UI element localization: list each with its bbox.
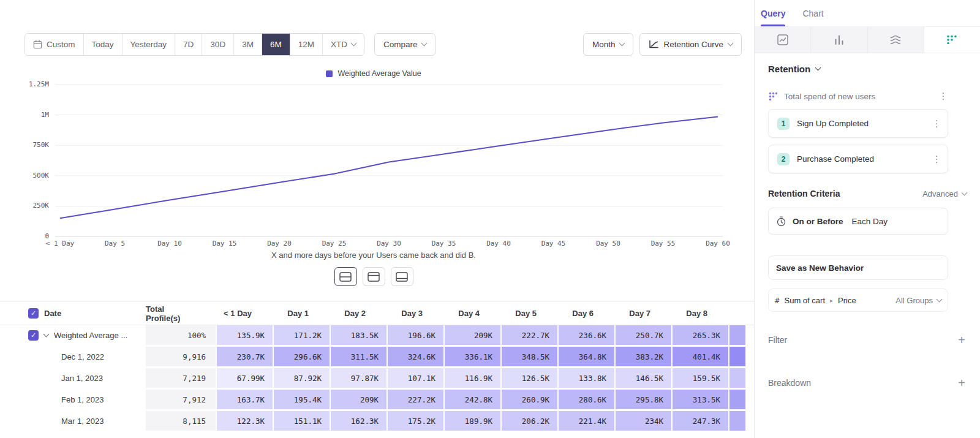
retention-value-cell: 250.7K <box>614 325 671 347</box>
add-filter-button[interactable]: + <box>958 334 965 346</box>
column-header: < 1 Day <box>203 302 260 325</box>
chart-type-tab-bars[interactable] <box>811 27 867 53</box>
retention-criteria-row: Retention Criteria Advanced <box>768 189 967 198</box>
step-label: Purchase Completed <box>797 154 924 164</box>
chart-type-tab-flows[interactable] <box>868 27 924 53</box>
range-button-today[interactable]: Today <box>84 34 123 55</box>
advanced-dropdown[interactable]: Advanced <box>922 189 967 198</box>
granularity-button[interactable]: Month <box>583 33 634 56</box>
y-tick-label: 750K <box>33 141 50 149</box>
table-row: Mar 1, 20238,115122.3K151.1K162.3K175.2K… <box>0 411 755 432</box>
retention-value-cell: 209K <box>443 325 500 347</box>
kebab-menu-icon[interactable]: ⋮ <box>932 118 941 129</box>
total-profiles-cell: 8,115 <box>146 411 216 432</box>
behavior-steps-icon <box>768 91 778 101</box>
row-label-cell: Dec 1, 2022 <box>0 347 146 368</box>
kebab-menu-icon[interactable]: ⋮ <box>938 91 948 102</box>
tab-query[interactable]: Query <box>761 9 785 26</box>
retention-value-cell: 97.87K <box>330 368 386 390</box>
step-label: Sign Up Completed <box>797 119 924 128</box>
main-panel: CustomTodayYesterday7D30D3M6M12MXTD Comp… <box>0 0 755 438</box>
bars-chart-icon <box>833 34 845 46</box>
retention-value-cell: 122.3K <box>216 411 273 432</box>
chevron-down-icon <box>619 40 625 47</box>
retention-condition-box[interactable]: On or Before Each Day <box>768 208 948 235</box>
range-label: Custom <box>47 40 75 49</box>
range-label: 30D <box>210 40 225 49</box>
range-label: 12M <box>298 40 314 49</box>
table-row: Feb 1, 20237,912163.7K195.4K209K227.2K24… <box>0 390 755 411</box>
layout-split-rows-icon[interactable] <box>334 267 357 286</box>
y-tick-label: 250K <box>33 202 50 210</box>
expand-caret-icon[interactable] <box>43 331 50 337</box>
all-groups-dropdown[interactable]: All Groups <box>895 296 941 305</box>
total-profiles-cell: 7,219 <box>146 368 216 390</box>
column-header: Day 5 <box>488 302 545 325</box>
chevron-down-icon <box>350 40 356 47</box>
x-tick-label: Day 55 <box>651 240 676 247</box>
chart-type-tab-retention[interactable] <box>924 27 980 53</box>
range-button-yesterday[interactable]: Yesterday <box>123 34 176 55</box>
measurement-row[interactable]: # Sum of cart ▸ Price All Groups <box>768 289 948 312</box>
range-label: Today <box>92 40 114 49</box>
save-behavior-button[interactable]: Save as New Behavior <box>768 255 948 280</box>
sidebar-tabs: Query Chart <box>755 0 980 26</box>
filter-section: Filter + <box>768 334 967 346</box>
retention-value-cell: 171.2K <box>273 325 330 347</box>
chart-type-button[interactable]: Retention Curve <box>639 33 742 56</box>
step-number-badge: 2 <box>777 153 790 165</box>
layout-footer-band-icon[interactable] <box>391 267 413 286</box>
range-button-12m[interactable]: 12M <box>290 34 323 55</box>
chevron-down-icon <box>937 296 943 302</box>
retention-value-cell: 163.7K <box>216 390 273 411</box>
row-label: Jan 1, 2023 <box>61 374 103 383</box>
x-tick-label: Day 15 <box>213 240 237 247</box>
retention-value-cell: 196.6K <box>386 325 443 347</box>
total-profiles-cell: 9,916 <box>146 347 216 368</box>
total-profiles-cell: 100% <box>146 325 216 347</box>
retention-value-cell: 234K <box>614 411 671 432</box>
range-button-3m[interactable]: 3M <box>234 34 262 55</box>
retention-value-cell: 364.8K <box>557 347 614 368</box>
column-header: Day 3 <box>374 302 431 325</box>
number-property-icon: # <box>775 296 780 305</box>
table-row: Jan 1, 20237,21967.99K87.92K97.87K107.1K… <box>0 368 755 390</box>
range-button-30d[interactable]: 30D <box>202 34 234 55</box>
range-button-xtd[interactable]: XTD <box>323 34 364 55</box>
y-tick-label: 1.25M <box>29 80 49 88</box>
retention-value-cell: 206.2K <box>500 411 557 432</box>
layout-toggle-group <box>24 267 723 286</box>
behavior-header: Total spend of new users ⋮ <box>768 83 948 109</box>
row-checkbox[interactable]: ✓ <box>28 308 39 319</box>
chart-type-tab-insights[interactable] <box>755 27 811 53</box>
behavior-step[interactable]: 2Purchase Completed⋮ <box>768 145 948 173</box>
column-header: Total Profile(s) <box>146 302 203 325</box>
tab-chart[interactable]: Chart <box>802 9 823 26</box>
layout-header-band-icon[interactable] <box>363 267 385 286</box>
compare-button[interactable]: Compare <box>374 33 436 56</box>
kebab-menu-icon[interactable]: ⋮ <box>932 154 941 165</box>
retention-value-cell: 159.5K <box>671 368 728 390</box>
retention-value-cell: 133.8K <box>557 368 614 390</box>
range-button-7d[interactable]: 7D <box>175 34 202 55</box>
add-breakdown-button[interactable]: + <box>958 377 965 389</box>
retention-value-cell: 189.9K <box>443 411 500 432</box>
column-header: Day 1 <box>260 302 317 325</box>
row-checkbox[interactable]: ✓ <box>28 330 39 341</box>
retention-section-header[interactable]: Retention <box>768 64 967 74</box>
range-button-6m[interactable]: 6M <box>262 34 290 55</box>
property-arrow-icon: ▸ <box>830 297 833 304</box>
retention-value-cell: 265.3K <box>671 325 728 347</box>
insights-chart-icon <box>777 34 789 46</box>
retention-value-cell: 247.3K <box>671 411 728 432</box>
retention-value-cell: 135.9K <box>216 325 273 347</box>
legend-swatch <box>326 70 333 77</box>
granularity-label: Month <box>592 40 616 49</box>
row-label: Weighted Average ... <box>54 331 127 340</box>
range-button-custom[interactable]: Custom <box>25 34 84 55</box>
chart-type-tab-bar <box>755 26 980 53</box>
row-label: Mar 1, 2023 <box>61 417 104 426</box>
retention-value-cell: 195.4K <box>273 390 330 411</box>
chart-legend: Weighted Average Value <box>24 69 723 78</box>
behavior-step[interactable]: 1Sign Up Completed⋮ <box>768 109 948 138</box>
